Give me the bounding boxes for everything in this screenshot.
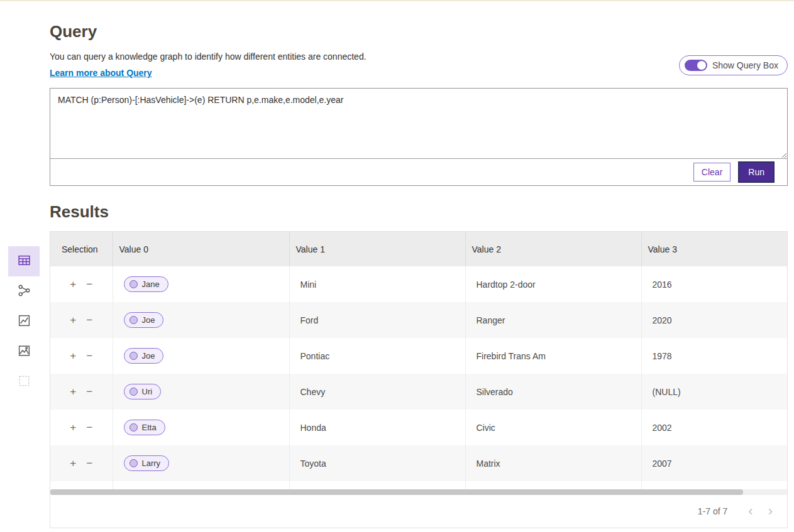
results-title: Results (50, 202, 788, 222)
value2-cell: Ranger (465, 302, 641, 338)
table-viewport: Selection Value 0 Value 1 Value 2 Value … (50, 232, 787, 489)
value1-cell (289, 481, 465, 489)
table-view-button[interactable] (8, 246, 40, 276)
value0-cell (113, 481, 289, 489)
entity-label: Joe (142, 351, 155, 361)
table-header-row: Selection Value 0 Value 1 Value 2 Value … (50, 232, 787, 266)
map-view-button[interactable] (8, 337, 40, 367)
column-header-value1: Value 1 (289, 232, 465, 266)
pagination-bar: 1-7 of 7 ‹ › (50, 495, 787, 528)
selection-cell: + − (50, 481, 113, 489)
entity-pill[interactable]: Larry (124, 455, 170, 471)
add-to-selection-button[interactable]: + (66, 421, 80, 434)
entity-label: Larry (142, 459, 161, 468)
horizontal-scrollbar-thumb[interactable] (50, 489, 743, 495)
value1-cell: Mini (289, 266, 465, 302)
results-table-card: Selection Value 0 Value 1 Value 2 Value … (50, 231, 788, 528)
value0-cell: Uri (113, 374, 289, 410)
table-row: + − Jane Mini Hardtop 2-door 2016 (50, 266, 787, 302)
value3-cell: 2020 (641, 302, 787, 338)
value0-cell: Joe (113, 338, 289, 374)
entity-node-icon (130, 423, 138, 432)
query-description: You can query a knowledge graph to ident… (50, 52, 367, 62)
selection-cell: + − (50, 445, 113, 481)
column-header-value0: Value 0 (113, 232, 289, 266)
value2-cell: Silverado (465, 374, 641, 410)
show-query-box-toggle[interactable]: Show Query Box (679, 55, 788, 75)
value3-cell: 2007 (641, 445, 787, 481)
add-to-selection-button[interactable]: + (66, 313, 80, 327)
table-row: + − Larry Toyota Matrix 2007 (50, 445, 787, 481)
add-to-selection-button[interactable]: + (66, 457, 80, 470)
next-page-icon[interactable]: › (763, 504, 778, 518)
remove-from-selection-button[interactable]: − (82, 349, 96, 362)
value0-cell: Larry (113, 445, 289, 481)
clear-button[interactable]: Clear (693, 163, 731, 182)
column-header-value2: Value 2 (465, 232, 641, 266)
link-chart-view-button[interactable] (8, 276, 40, 307)
value0-cell: Etta (113, 410, 289, 445)
remove-from-selection-button[interactable]: − (82, 385, 96, 398)
entity-node-icon (130, 316, 138, 324)
chart-view-button[interactable] (8, 307, 40, 337)
query-actions-bar: Clear Run (50, 158, 787, 185)
value3-cell: 2016 (641, 266, 787, 302)
entity-node-icon (130, 459, 138, 467)
value3-cell: 2002 (641, 410, 787, 445)
table-row: + − Joe Pontiac Firebird Trans Am 1978 (50, 338, 787, 374)
run-button[interactable]: Run (739, 163, 773, 182)
query-input[interactable]: MATCH (p:Person)-[:HasVehicle]->(e) RETU… (50, 89, 787, 158)
previous-page-icon[interactable]: ‹ (742, 504, 758, 518)
link-chart-icon (18, 284, 31, 299)
column-header-value3: Value 3 (641, 232, 787, 266)
value2-cell (465, 481, 641, 489)
query-box: MATCH (p:Person)-[:HasVehicle]->(e) RETU… (50, 88, 788, 186)
results-table: Selection Value 0 Value 1 Value 2 Value … (50, 232, 787, 489)
entity-pill[interactable]: Joe (124, 348, 164, 364)
map-view-icon (18, 344, 31, 359)
selection-cell: + − (50, 410, 113, 445)
add-to-selection-button[interactable]: + (66, 385, 80, 398)
selection-cell: + − (50, 338, 113, 374)
toggle-switch-icon (685, 60, 707, 71)
remove-from-selection-button[interactable]: − (82, 421, 96, 434)
selection-cell: + − (50, 266, 113, 302)
entity-label: Joe (142, 315, 155, 325)
remove-from-selection-button[interactable]: − (82, 313, 96, 327)
entity-pill[interactable]: Jane (124, 276, 168, 292)
value1-cell: Ford (289, 302, 465, 338)
entity-pill[interactable]: Uri (124, 384, 162, 399)
pagination-range: 1-7 of 7 (698, 506, 727, 516)
value1-cell: Chevy (289, 374, 465, 410)
add-to-selection-button[interactable]: + (66, 278, 80, 291)
entity-label: Jane (142, 280, 160, 289)
query-page: Query You can query a knowledge graph to… (50, 22, 788, 528)
value1-cell: Toyota (289, 445, 465, 481)
entity-node-icon (130, 280, 138, 288)
learn-more-link[interactable]: Learn more about Query (50, 68, 152, 78)
selection-cell: + − (50, 302, 113, 338)
entity-node-icon (130, 352, 138, 360)
value1-cell: Pontiac (289, 338, 465, 374)
layout-view-button[interactable] (8, 367, 40, 397)
remove-from-selection-button[interactable]: − (82, 278, 96, 291)
toggle-knob (697, 61, 706, 70)
query-intro-row: You can query a knowledge graph to ident… (50, 52, 788, 79)
chart-view-icon (18, 314, 31, 329)
column-header-selection: Selection (50, 232, 113, 266)
entity-pill[interactable]: Joe (124, 312, 164, 328)
entity-pill[interactable]: Etta (124, 420, 165, 435)
value3-cell: (NULL) (641, 374, 787, 410)
value2-cell: Civic (465, 410, 641, 445)
table-row: + − Etta Honda Civic 2002 (50, 410, 787, 445)
value3-cell: 1978 (641, 338, 787, 374)
entity-node-icon (130, 388, 138, 396)
selection-cell: + − (50, 374, 113, 410)
entity-label: Etta (142, 423, 157, 432)
table-row: + − Joe Ford Ranger 2020 (50, 302, 787, 338)
value1-cell: Honda (289, 410, 465, 445)
value3-cell (641, 481, 787, 489)
remove-from-selection-button[interactable]: − (82, 457, 96, 470)
add-to-selection-button[interactable]: + (66, 349, 80, 362)
horizontal-scrollbar-track[interactable] (50, 489, 787, 495)
